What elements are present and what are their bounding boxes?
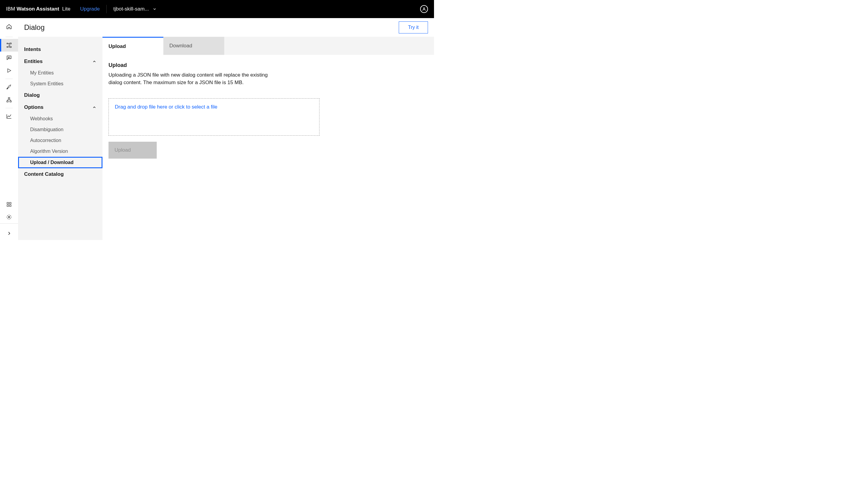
user-avatar[interactable] — [420, 5, 428, 13]
plan-tier: Lite — [62, 6, 70, 12]
nav-system-entities[interactable]: System Entities — [18, 79, 102, 89]
rail-dialog[interactable] — [0, 39, 18, 52]
nav-autocorrection[interactable]: Autocorrection — [18, 135, 102, 146]
svg-point-1 — [7, 43, 7, 44]
chevron-up-icon — [92, 59, 96, 64]
svg-rect-4 — [10, 47, 11, 47]
svg-rect-11 — [9, 205, 11, 207]
user-icon — [422, 7, 426, 11]
chevron-down-icon — [153, 7, 157, 11]
rail-divider-3 — [5, 108, 13, 108]
network-icon — [6, 97, 12, 103]
nav-intents[interactable]: Intents — [18, 43, 102, 56]
flow-icon — [6, 42, 12, 48]
tab-download[interactable]: Download — [163, 37, 224, 55]
svg-rect-5 — [8, 98, 10, 99]
rail-analytics[interactable] — [0, 110, 18, 123]
rail-chat[interactable] — [0, 52, 18, 64]
nav-algorithm-version[interactable]: Algorithm Version — [18, 146, 102, 157]
svg-rect-6 — [7, 101, 8, 102]
icon-rail — [0, 18, 18, 240]
page-header: Dialog Try it — [18, 18, 434, 37]
file-dropzone[interactable]: Drag and drop file here or click to sele… — [108, 98, 319, 136]
upgrade-link[interactable]: Upgrade — [80, 6, 100, 12]
sidenav: Intents Entities My Entities System Enti… — [18, 37, 102, 240]
rail-deploy[interactable] — [0, 81, 18, 93]
nav-label: Options — [24, 104, 43, 110]
header-divider — [106, 5, 107, 13]
upload-button[interactable]: Upload — [108, 142, 157, 158]
nav-dialog[interactable]: Dialog — [18, 89, 102, 101]
content: Upload Download Upload Uploading a JSON … — [102, 37, 434, 240]
nav-label: Intents — [24, 47, 41, 53]
rail-divider — [5, 37, 13, 37]
svg-rect-7 — [10, 101, 11, 102]
rail-run[interactable] — [0, 64, 18, 77]
apps-icon — [6, 202, 12, 207]
analytics-icon — [6, 113, 12, 119]
chevron-right-icon — [7, 231, 11, 236]
rail-settings[interactable] — [0, 211, 18, 223]
rail-divider-2 — [5, 79, 13, 79]
rail-home[interactable] — [0, 18, 18, 35]
rail-integrations[interactable] — [0, 93, 18, 106]
tab-spacer — [224, 37, 434, 55]
svg-rect-10 — [7, 205, 8, 207]
nav-label: Dialog — [24, 92, 40, 98]
brand-main: Watson Assistant — [17, 6, 59, 12]
play-icon — [6, 68, 12, 73]
svg-point-2 — [7, 47, 7, 47]
home-icon — [6, 24, 12, 30]
rail-apps[interactable] — [0, 198, 18, 211]
rail-bottom — [0, 223, 18, 240]
panel-heading: Upload — [108, 62, 428, 68]
main: Dialog Try it Intents Entities My Entiti… — [18, 18, 434, 240]
nav-options[interactable]: Options — [18, 101, 102, 113]
nav-entities[interactable]: Entities — [18, 56, 102, 67]
rocket-icon — [6, 84, 12, 90]
brand: IBM Watson Assistant — [6, 6, 59, 12]
chat-icon — [6, 55, 12, 61]
skill-dropdown[interactable]: tjbot-skill-sam... — [113, 6, 157, 12]
chevron-up-icon — [92, 105, 96, 110]
try-it-button[interactable]: Try it — [399, 22, 428, 33]
nav-my-entities[interactable]: My Entities — [18, 67, 102, 79]
upload-panel: Upload Uploading a JSON file with new di… — [102, 55, 434, 240]
tab-upload[interactable]: Upload — [102, 37, 163, 55]
top-header: IBM Watson Assistant Lite Upgrade tjbot-… — [0, 0, 434, 18]
rail-expand[interactable] — [0, 227, 18, 240]
skill-name: tjbot-skill-sam... — [113, 6, 149, 12]
svg-point-12 — [8, 216, 10, 218]
brand-prefix: IBM — [6, 6, 15, 12]
nav-label: Content Catalog — [24, 171, 64, 177]
workspace: Intents Entities My Entities System Enti… — [18, 37, 434, 240]
tabs: Upload Download — [102, 37, 434, 55]
gear-icon — [6, 214, 12, 220]
svg-rect-3 — [10, 43, 11, 44]
nav-webhooks[interactable]: Webhooks — [18, 113, 102, 124]
nav-upload-download[interactable]: Upload / Download — [18, 157, 102, 168]
page-title: Dialog — [24, 23, 44, 32]
panel-description: Uploading a JSON file with new dialog co… — [108, 71, 280, 86]
nav-label: Entities — [24, 59, 42, 64]
nav-content-catalog[interactable]: Content Catalog — [18, 168, 102, 180]
svg-rect-8 — [7, 202, 8, 204]
nav-disambiguation[interactable]: Disambiguation — [18, 124, 102, 135]
svg-point-0 — [424, 7, 425, 9]
svg-rect-9 — [9, 202, 11, 204]
